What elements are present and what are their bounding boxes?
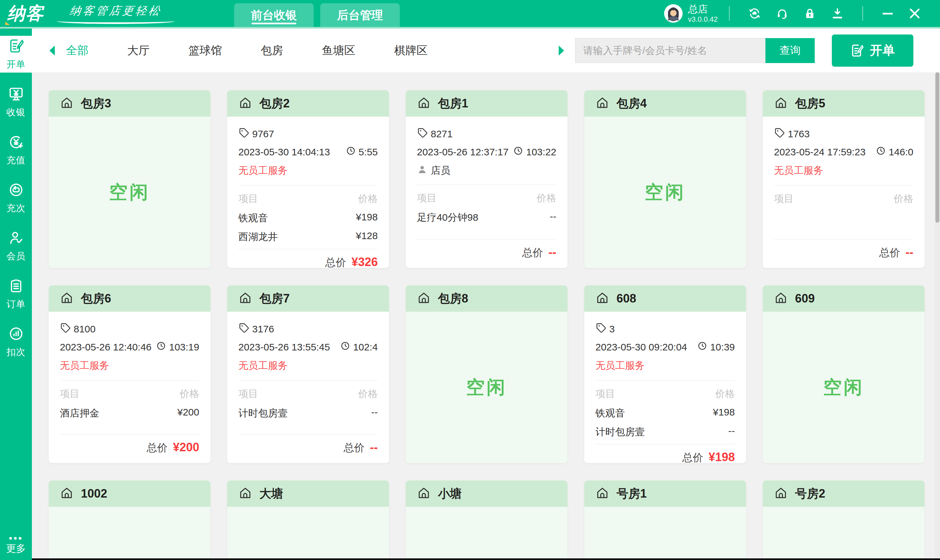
download-icon[interactable] xyxy=(830,6,845,21)
room-name: 包房4 xyxy=(616,95,647,112)
sync-icon[interactable] xyxy=(747,6,762,21)
sidebar-item-member[interactable]: 会员 xyxy=(0,228,32,265)
room-card[interactable]: 号房2空闲 xyxy=(763,480,925,560)
room-card[interactable]: 包房7 3176 2023-05-26 13:55:45 102:4无员工服务 … xyxy=(227,285,389,463)
sidebar-item-more[interactable]: ••• 更多 xyxy=(0,535,32,555)
house-icon xyxy=(774,291,788,306)
item-name: 计时包房壹 xyxy=(596,425,645,439)
room-name: 608 xyxy=(616,292,636,305)
elapsed-duration: 103:22 xyxy=(513,146,556,158)
search-button[interactable]: 查询 xyxy=(766,38,815,63)
open-bill-button[interactable]: 开单 xyxy=(832,34,913,67)
room-name: 大塘 xyxy=(259,486,283,502)
idle-status: 空闲 xyxy=(466,375,507,400)
sidebar-item-label: 收银 xyxy=(6,106,26,118)
category-tab[interactable]: 篮球馆 xyxy=(188,43,222,58)
divider xyxy=(596,444,735,445)
room-card[interactable]: 609空闲 xyxy=(763,285,925,463)
room-name: 号房1 xyxy=(616,486,647,502)
house-icon xyxy=(596,291,609,306)
open-datetime: 2023-05-26 12:37:17 xyxy=(417,146,509,158)
room-card-body: 空闲 xyxy=(584,117,746,268)
room-card-body: 3 2023-05-30 09:20:04 10:39无员工服务 项目 价格 铁… xyxy=(584,312,746,463)
item-price: ¥198 xyxy=(713,407,735,420)
order-item-row: 铁观音 ¥198 xyxy=(596,407,735,420)
scrollbar-thumb[interactable] xyxy=(935,72,939,223)
chevron-left-icon[interactable] xyxy=(46,43,57,58)
app-slogan: 纳客管店更轻松 xyxy=(69,3,163,18)
tab-back-office[interactable]: 后台管理 xyxy=(320,3,400,27)
total-value: -- xyxy=(906,245,913,259)
room-card[interactable]: 小塘空闲 xyxy=(406,480,568,560)
idle-status: 空闲 xyxy=(109,180,150,205)
room-card-footer: 总价 -- xyxy=(417,239,556,260)
minimize-button[interactable] xyxy=(880,6,895,21)
sidebar-item-deduct-times[interactable]: 扣次 xyxy=(0,323,32,360)
sidebar-item-recharge[interactable]: 充值 xyxy=(0,132,32,169)
scrollbar-track[interactable] xyxy=(935,72,940,560)
total-value: ¥326 xyxy=(352,255,378,268)
recharge-icon xyxy=(8,134,24,151)
room-card[interactable]: 大塘空闲 xyxy=(227,480,389,560)
item-price: ¥198 xyxy=(356,212,378,225)
hand-tag-row: 8271 xyxy=(417,127,556,141)
no-staff-notice: 无员工服务 xyxy=(238,359,378,372)
room-card[interactable]: 包房6 8100 2023-05-26 12:40:46 103:19无员工服务… xyxy=(49,285,210,463)
room-card[interactable]: 包房4空闲 xyxy=(584,90,746,268)
hand-tag-number: 8271 xyxy=(431,128,453,140)
category-tab[interactable]: 包房 xyxy=(261,43,283,58)
room-name: 号房2 xyxy=(795,486,825,502)
sidebar-item-cashier[interactable]: 收银 xyxy=(0,84,32,120)
room-card[interactable]: 包房5 1763 2023-05-24 17:59:23 146:0无员工服务 … xyxy=(763,90,925,268)
divider xyxy=(774,185,913,186)
divider xyxy=(238,434,378,435)
room-card[interactable]: 包房3空闲 xyxy=(49,90,210,268)
room-card-body: 空闲 xyxy=(584,507,746,560)
house-icon xyxy=(238,486,252,501)
room-card-header: 1002 xyxy=(49,480,210,507)
room-card-header: 号房1 xyxy=(584,480,746,507)
order-item-row: 计时包房壹 -- xyxy=(596,425,735,439)
house-icon xyxy=(60,291,74,306)
item-columns-header: 项目 价格 xyxy=(774,192,913,206)
divider xyxy=(238,185,378,186)
category-tab[interactable]: 大厅 xyxy=(127,43,150,58)
room-name: 包房1 xyxy=(438,95,468,112)
category-tab[interactable]: 棋牌区 xyxy=(394,43,428,58)
house-icon xyxy=(417,486,431,501)
app-version: v3.0.0.42 xyxy=(688,15,718,23)
room-card[interactable]: 包房8空闲 xyxy=(406,285,568,463)
clock-icon xyxy=(876,146,886,158)
room-card-header: 包房3 xyxy=(49,90,210,117)
open-time-row: 2023-05-30 09:20:04 10:39 xyxy=(596,341,735,353)
order-item-row: 铁观音 ¥198 xyxy=(238,212,378,225)
category-tab[interactable]: 全部 xyxy=(66,43,88,58)
room-card-header: 包房2 xyxy=(227,90,389,117)
elapsed-duration: 146:0 xyxy=(876,146,913,158)
item-price: ¥200 xyxy=(177,407,199,420)
room-card-header: 包房4 xyxy=(584,90,746,117)
hand-tag-number: 3 xyxy=(609,323,615,335)
sidebar-item-orders[interactable]: 订单 xyxy=(0,275,32,312)
house-icon xyxy=(596,486,609,501)
search-input[interactable] xyxy=(575,38,766,63)
room-name: 609 xyxy=(795,292,815,305)
hand-tag-row: 9767 xyxy=(238,127,378,141)
room-card[interactable]: 1002空闲 xyxy=(49,480,210,560)
avatar[interactable] xyxy=(664,4,682,23)
open-time-row: 2023-05-26 13:55:45 102:4 xyxy=(238,341,378,353)
category-tab[interactable]: 鱼塘区 xyxy=(322,43,355,58)
room-card[interactable]: 包房2 9767 2023-05-30 14:04:13 5:55无员工服务 项… xyxy=(227,90,389,268)
sidebar-item-label: 充次 xyxy=(6,202,26,214)
lock-icon[interactable] xyxy=(803,6,817,21)
room-card[interactable]: 608 3 2023-05-30 09:20:04 10:39无员工服务 项目 … xyxy=(584,285,746,463)
sidebar: 开单收银充值充次会员订单扣次••• 更多 xyxy=(0,29,32,560)
customer-service-icon[interactable] xyxy=(775,6,789,21)
room-card[interactable]: 号房1空闲 xyxy=(584,480,746,560)
sidebar-item-bill[interactable]: 开单 xyxy=(0,36,32,72)
close-button[interactable] xyxy=(907,6,922,21)
tab-front-desk[interactable]: 前台收银 xyxy=(234,3,314,27)
chevron-right-icon[interactable] xyxy=(556,43,567,58)
room-card[interactable]: 包房1 8271 2023-05-26 12:37:17 103:22 店员 项… xyxy=(406,90,568,268)
sidebar-item-recharge-times[interactable]: 充次 xyxy=(0,180,32,217)
